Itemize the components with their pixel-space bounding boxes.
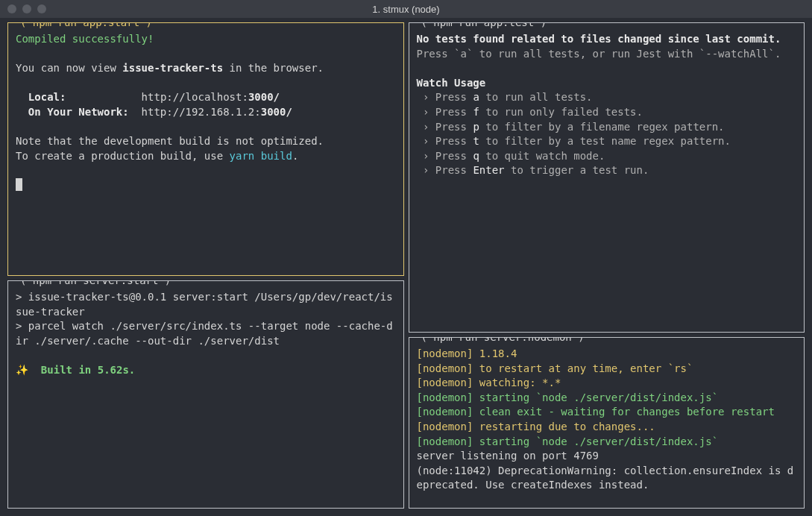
server-log: server listening on port 4769 xyxy=(417,450,599,462)
note-line: Note that the development build is not o… xyxy=(16,135,324,147)
local-label: Local: xyxy=(16,91,66,103)
server-log: (node:11042) DeprecationWarning: collect… xyxy=(417,465,794,491)
pane-label: ( npm run app:test ) xyxy=(418,22,550,31)
nodemon-line: [nodemon] starting `node ./server/dist/i… xyxy=(417,435,719,447)
pane-server-nodemon[interactable]: ( npm run server:nodemon ) [nodemon] 1.1… xyxy=(409,337,805,509)
pane-label: ( npm run server:start ) xyxy=(17,280,174,289)
network-label: On Your Network: xyxy=(16,106,129,118)
test-hint: Press `a` to run all tests, or run Jest … xyxy=(417,48,781,60)
sparkle-icon: ✨ xyxy=(16,364,41,376)
right-column: ( npm run app:test ) No tests found rela… xyxy=(409,22,805,509)
network-url: http://192.168.1.2:3000/ xyxy=(142,106,292,118)
usage-line: › Press Enter to trigger a test run. xyxy=(417,164,649,176)
pane-label: ( npm run server:nodemon ) xyxy=(418,337,588,345)
cursor-icon xyxy=(16,178,22,191)
cmd-line: > parcel watch ./server/src/index.ts --t… xyxy=(16,320,393,347)
usage-line: › Press q to quit watch mode. xyxy=(417,150,605,162)
nodemon-line: [nodemon] clean exit - waiting for chang… xyxy=(417,406,775,418)
nodemon-line: [nodemon] starting `node ./server/dist/i… xyxy=(417,391,719,403)
nodemon-line: [nodemon] to restart at any time, enter … xyxy=(417,362,693,374)
view-text: You can now view issue-tracker-ts in the… xyxy=(16,62,324,74)
tmux-workspace: ( npm run app:start ) Compiled successfu… xyxy=(0,18,812,516)
nodemon-line: [nodemon] restarting due to changes... xyxy=(417,421,655,432)
left-column: ( npm run app:start ) Compiled successfu… xyxy=(7,22,404,509)
watch-heading: Watch Usage xyxy=(417,77,486,89)
pane-app-start[interactable]: ( npm run app:start ) Compiled successfu… xyxy=(7,22,404,276)
usage-line: › Press t to filter by a test name regex… xyxy=(417,135,731,147)
usage-line: › Press f to run only failed tests. xyxy=(417,106,643,118)
pane-label: ( npm run app:start ) xyxy=(17,22,155,31)
note-line: To create a production build, use yarn b… xyxy=(16,150,298,162)
usage-line: › Press p to filter by a filename regex … xyxy=(417,121,725,133)
build-status: Built in 5.62s. xyxy=(41,364,135,376)
window-titlebar: 1. stmux (node) xyxy=(0,0,812,18)
window-title: 1. stmux (node) xyxy=(0,4,812,15)
nodemon-line: [nodemon] watching: *.* xyxy=(417,377,561,388)
pane-server-start[interactable]: ( npm run server:start ) > issue-tracker… xyxy=(7,280,404,509)
compile-status: Compiled successfully! xyxy=(16,33,154,45)
nodemon-line: [nodemon] 1.18.4 xyxy=(417,347,517,359)
test-status: No tests found related to files changed … xyxy=(417,33,781,45)
usage-line: › Press a to run all tests. xyxy=(417,91,593,103)
pane-app-test[interactable]: ( npm run app:test ) No tests found rela… xyxy=(409,22,805,333)
local-url: http://localhost:3000/ xyxy=(142,91,280,103)
cmd-line: > issue-tracker-ts@0.0.1 server:start /U… xyxy=(16,291,393,318)
